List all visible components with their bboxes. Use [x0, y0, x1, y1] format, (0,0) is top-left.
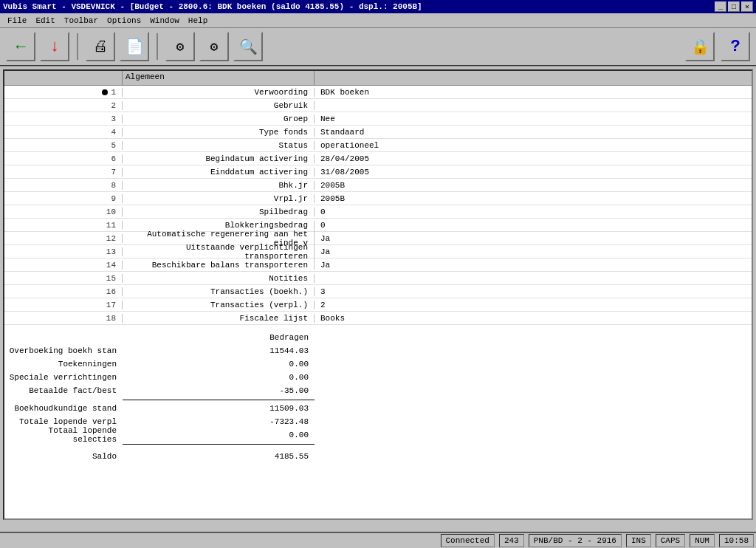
minimize-button[interactable]: _: [715, 1, 726, 12]
document-button[interactable]: 📄: [120, 32, 149, 61]
cell-value: 0: [315, 221, 752, 230]
table-row[interactable]: 1 Verwoording BDK boeken: [4, 86, 752, 99]
sum-value-betaalde: -35.00: [123, 386, 315, 395]
menu-bar: File Edit Toolbar Options Window Help: [0, 13, 756, 28]
cell-label: Vrpl.jr: [123, 194, 315, 203]
back-button[interactable]: ←: [6, 32, 35, 61]
cell-label: Begindatum activering: [123, 154, 315, 163]
document-icon: 📄: [126, 38, 144, 56]
cell-num: 3: [4, 114, 123, 123]
cell-label: Notities: [123, 274, 315, 283]
sum-label-totaal-selecties: Totaal lopende selecties: [4, 426, 123, 444]
restore-button[interactable]: □: [728, 1, 740, 12]
cell-value: 2005B: [315, 194, 752, 203]
cell-num: 7: [4, 168, 123, 177]
help-button[interactable]: ?: [721, 32, 750, 61]
table-row[interactable]: 7 Einddatum activering 31/08/2005: [4, 165, 752, 179]
cell-label: Spilbedrag: [123, 208, 315, 216]
config-icon: ⚙: [210, 38, 219, 55]
cell-num: 13: [4, 247, 123, 256]
menu-window[interactable]: Window: [145, 15, 184, 27]
status-caps: CAPS: [656, 534, 685, 547]
table-row[interactable]: 15 Notities: [4, 272, 752, 285]
print-button[interactable]: 🖨: [86, 32, 115, 61]
menu-edit[interactable]: Edit: [31, 15, 59, 27]
sum-value-boekhoudkundige: 11509.03: [123, 404, 315, 413]
sum-label-boekhoudkundige: Boekhoudkundige stand: [4, 404, 123, 413]
table-row[interactable]: 13 Uitstaande verplichtingen transporter…: [4, 245, 752, 258]
close-button[interactable]: ✕: [741, 1, 753, 12]
lock-button[interactable]: 🔒: [685, 32, 715, 61]
saldo-value: 4185.55: [123, 452, 315, 461]
divider-1: [123, 400, 315, 400]
table-row[interactable]: 17 Transacties (verpl.) 2: [4, 298, 752, 312]
cell-num: 5: [4, 141, 123, 150]
cell-label: Status: [123, 141, 315, 150]
main-area: Algemeen 1 Verwoording BDK boeken 2 Gebr…: [3, 69, 753, 520]
table-row[interactable]: 10 Spilbedrag 0: [4, 205, 752, 219]
table-row[interactable]: 3 Groep Nee: [4, 112, 752, 126]
col-rownum-header: [4, 71, 123, 85]
title-controls[interactable]: _ □ ✕: [715, 1, 753, 12]
cell-label: Einddatum activering: [123, 168, 315, 177]
toolbar-separator-2: [157, 33, 158, 60]
menu-toolbar[interactable]: Toolbar: [60, 15, 103, 27]
cell-label: Fiscalee lijst: [123, 314, 315, 323]
table-row[interactable]: 14 Beschikbare balans transporteren Ja: [4, 258, 752, 272]
sum-label-totale: Totale lopende verpl: [4, 417, 123, 426]
col-value-header: [315, 71, 752, 85]
table-row[interactable]: 16 Transacties (boekh.) 3: [4, 285, 752, 298]
table-row[interactable]: 6 Begindatum activering 28/04/2005: [4, 152, 752, 165]
title-text: Vubis Smart - VSDEVNICK - [Budget - 2800…: [3, 2, 422, 11]
saldo-label: Saldo: [4, 452, 123, 461]
cell-label: Transacties (boekh.): [123, 287, 315, 296]
col-algemeen-header: Algemeen: [123, 71, 315, 85]
status-ins: INS: [626, 534, 651, 547]
cell-num: 6: [4, 154, 123, 163]
table-row[interactable]: 8 Bhk.jr 2005B: [4, 179, 752, 192]
table-row[interactable]: 12 Automatische regenerering aan het ein…: [4, 232, 752, 245]
menu-help[interactable]: Help: [184, 15, 212, 27]
table-row[interactable]: 9 Vrpl.jr 2005B: [4, 192, 752, 205]
bedragen-header: Bedragen: [123, 333, 315, 342]
table-row[interactable]: 2 Gebruik: [4, 99, 752, 112]
search-button[interactable]: 🔍: [233, 32, 263, 61]
config-button[interactable]: ⚙: [199, 32, 229, 61]
cell-num: 1: [4, 88, 123, 97]
cell-num: 16: [4, 287, 123, 296]
toolbar-right: 🔒 ?: [685, 32, 750, 61]
table-row[interactable]: 18 Fiscalee lijst Books: [4, 312, 752, 325]
menu-options[interactable]: Options: [103, 15, 145, 27]
cell-label: Type fonds: [123, 128, 315, 137]
cell-label: Blokkeringsbedrag: [123, 221, 315, 230]
sum-value-speciale: 0.00: [123, 373, 315, 382]
cell-num: 15: [4, 274, 123, 283]
status-time: 10:58: [719, 534, 754, 547]
status-num: 243: [499, 534, 524, 547]
cell-value: 3: [315, 287, 752, 296]
cell-num: 14: [4, 261, 123, 270]
sum-value-totale: -7323.48: [123, 417, 315, 426]
cell-num: 10: [4, 208, 123, 216]
cell-num: 2: [4, 101, 123, 110]
cell-value: Ja: [315, 247, 752, 256]
cell-value: 0: [315, 208, 752, 216]
down-button[interactable]: ↓: [40, 32, 69, 61]
cell-num: 17: [4, 301, 123, 309]
sum-label-speciale: Speciale verrichtingen: [4, 373, 123, 382]
table-row[interactable]: 4 Type fonds Standaard: [4, 126, 752, 139]
cell-value: 2: [315, 301, 752, 309]
table-row[interactable]: 5 Status operationeel: [4, 139, 752, 152]
divider-2: [123, 444, 315, 445]
cell-value: operationeel: [315, 141, 752, 150]
cell-label: Bhk.jr: [123, 181, 315, 190]
cell-num: 11: [4, 221, 123, 230]
table-row[interactable]: 11 Blokkeringsbedrag 0: [4, 219, 752, 232]
data-rows: 1 Verwoording BDK boeken 2 Gebruik 3 Gro…: [4, 86, 752, 325]
menu-file[interactable]: File: [3, 15, 31, 27]
down-arrow-icon: ↓: [49, 38, 59, 56]
cell-value: 31/08/2005: [315, 168, 752, 177]
cell-label: Verwoording: [123, 88, 315, 97]
settings-button[interactable]: ⚙: [165, 32, 195, 61]
sum-label-betaalde: Betaalde fact/best: [4, 386, 123, 395]
